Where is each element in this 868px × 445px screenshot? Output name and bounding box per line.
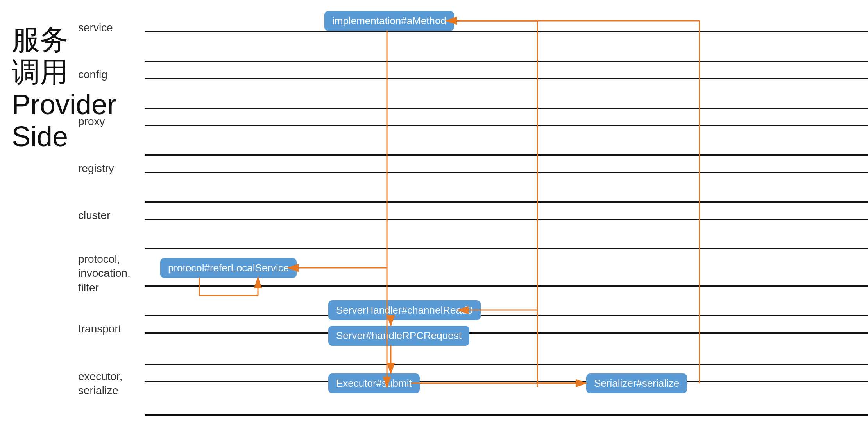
layer-line-protocol-bottom [145, 315, 868, 316]
layer-label-proxy: proxy [78, 115, 105, 128]
layer-line-registry-top [145, 172, 868, 173]
layer-line-cluster-bottom [145, 248, 868, 249]
node-implementation: implementation#aMethod [324, 11, 454, 31]
layer-line-protocol-top [145, 285, 868, 287]
layer-label-protocol: protocol,invocation,filter [78, 252, 131, 295]
node-serializer: Serializer#serialize [586, 373, 687, 393]
layer-label-cluster: cluster [78, 209, 110, 222]
node-protocol-refer-local: protocol#referLocalService [160, 258, 297, 278]
layer-line-transport-bottom [145, 364, 868, 365]
layer-line-config-bottom [145, 108, 868, 109]
layer-label-transport: transport [78, 323, 122, 335]
diagram-area: service config proxy registry cluster pr… [78, 0, 868, 445]
node-server-handle-rpc: Server#handleRPCRequest [328, 326, 469, 346]
layer-label-executor: executor,serialize [78, 370, 123, 398]
layer-line-proxy-top [145, 125, 868, 126]
layer-line-config-top [145, 78, 868, 79]
node-server-handler: ServerHandler#channelRead0 [328, 300, 481, 320]
arrows-svg [78, 0, 868, 445]
layer-line-transport-top [145, 332, 868, 334]
layer-line-service-top [145, 31, 868, 32]
layer-line-executor-bottom [145, 414, 868, 416]
layer-line-registry-bottom [145, 201, 868, 203]
layer-line-executor-top [145, 381, 868, 382]
layer-label-config: config [78, 68, 107, 81]
layer-line-proxy-bottom [145, 154, 868, 156]
layer-label-registry: registry [78, 162, 114, 175]
layer-line-cluster-top [145, 219, 868, 220]
layer-line-service-bottom [145, 61, 868, 62]
layer-label-service: service [78, 22, 113, 34]
node-executor-submit: Executor#submit [328, 373, 420, 393]
